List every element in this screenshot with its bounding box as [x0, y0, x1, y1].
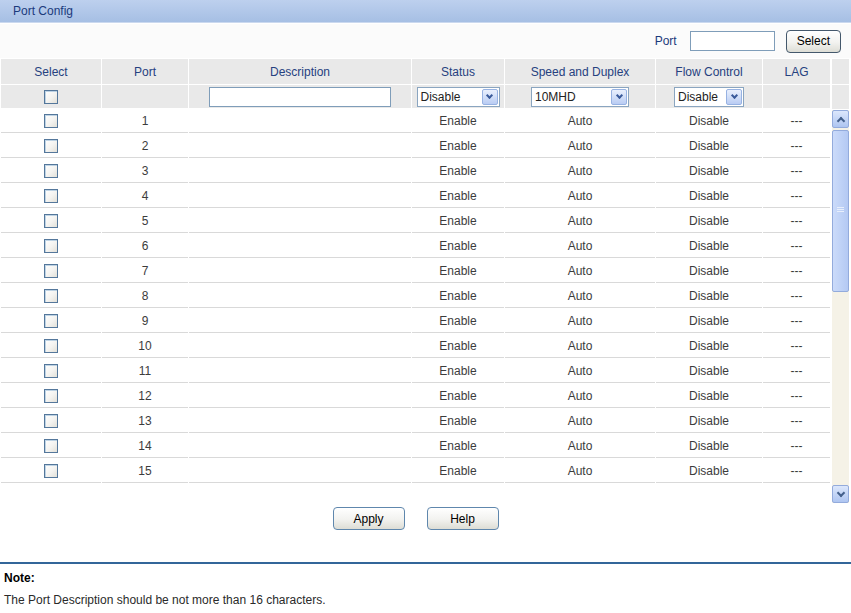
speed-cell: Auto [505, 459, 655, 483]
status-cell: Enable [412, 209, 504, 233]
row-select-checkbox[interactable] [44, 314, 58, 328]
row-select-checkbox[interactable] [44, 264, 58, 278]
status-cell: Enable [412, 134, 504, 158]
flow-cell: Disable [656, 459, 762, 483]
flow-cell: Disable [656, 209, 762, 233]
lag-cell: --- [763, 309, 830, 333]
speed-cell: Auto [505, 234, 655, 258]
row-select-checkbox[interactable] [44, 289, 58, 303]
column-header-port: Port [102, 59, 188, 84]
row-select-checkbox[interactable] [44, 114, 58, 128]
scrollbar-grip [837, 207, 844, 213]
chevron-down-icon[interactable] [482, 89, 498, 105]
lag-cell: --- [763, 109, 830, 133]
table-row: 12 Enable Auto Disable --- [1, 384, 830, 408]
row-select-checkbox[interactable] [44, 214, 58, 228]
row-select-checkbox[interactable] [44, 464, 58, 478]
port-select-button[interactable]: Select [786, 30, 841, 53]
table-row: 7 Enable Auto Disable --- [1, 259, 830, 283]
select-all-checkbox[interactable] [44, 90, 58, 104]
status-cell: Enable [412, 384, 504, 408]
port-cell: 7 [102, 259, 188, 283]
column-header-description: Description [189, 59, 411, 84]
lag-cell: --- [763, 184, 830, 208]
description-cell [189, 234, 411, 258]
flow-cell: Disable [656, 334, 762, 358]
port-cell: 14 [102, 434, 188, 458]
row-select-checkbox[interactable] [44, 164, 58, 178]
port-table-body: 1 Enable Auto Disable --- 2 Enable Auto … [1, 109, 830, 483]
port-config-table: Select Port Description Status Speed and… [0, 58, 831, 484]
status-cell: Enable [412, 459, 504, 483]
speed-filter-select[interactable]: 10MHD [531, 87, 629, 107]
table-row: 4 Enable Auto Disable --- [1, 184, 830, 208]
status-cell: Enable [412, 309, 504, 333]
column-header-flow: Flow Control [656, 59, 762, 84]
table-row: 2 Enable Auto Disable --- [1, 134, 830, 158]
column-header-speed: Speed and Duplex [505, 59, 655, 84]
row-select-checkbox[interactable] [44, 414, 58, 428]
row-select-checkbox[interactable] [44, 189, 58, 203]
table-row: 9 Enable Auto Disable --- [1, 309, 830, 333]
row-select-checkbox[interactable] [44, 389, 58, 403]
row-select-checkbox[interactable] [44, 439, 58, 453]
speed-cell: Auto [505, 434, 655, 458]
port-cell: 4 [102, 184, 188, 208]
table-row: 3 Enable Auto Disable --- [1, 159, 830, 183]
header-row: Select Port Description Status Speed and… [1, 59, 830, 84]
apply-button[interactable]: Apply [333, 507, 405, 530]
note-divider [0, 562, 851, 564]
lag-cell: --- [763, 459, 830, 483]
flow-cell: Disable [656, 309, 762, 333]
table-row: 14 Enable Auto Disable --- [1, 434, 830, 458]
help-button[interactable]: Help [427, 507, 499, 530]
speed-cell: Auto [505, 359, 655, 383]
status-cell: Enable [412, 284, 504, 308]
row-select-checkbox[interactable] [44, 364, 58, 378]
port-filter-input[interactable] [690, 31, 775, 51]
lag-cell: --- [763, 259, 830, 283]
flow-cell: Disable [656, 434, 762, 458]
chevron-down-icon[interactable] [726, 89, 742, 105]
speed-cell: Auto [505, 409, 655, 433]
speed-cell: Auto [505, 159, 655, 183]
header-scrollbar-filler [832, 59, 849, 109]
row-select-checkbox[interactable] [44, 239, 58, 253]
description-cell [189, 259, 411, 283]
note-text: The Port Description should be not more … [4, 593, 326, 607]
status-cell: Enable [412, 109, 504, 133]
note-heading: Note: [4, 571, 35, 585]
table-scrollbar[interactable] [832, 110, 849, 503]
page-title-bar: Port Config [0, 0, 851, 23]
port-cell: 3 [102, 159, 188, 183]
speed-cell: Auto [505, 209, 655, 233]
port-quick-select-bar: Port Select [0, 24, 851, 58]
flow-cell: Disable [656, 359, 762, 383]
speed-cell: Auto [505, 334, 655, 358]
lag-cell: --- [763, 134, 830, 158]
port-cell: 8 [102, 284, 188, 308]
port-cell: 12 [102, 384, 188, 408]
flow-cell: Disable [656, 409, 762, 433]
scrollbar-thumb[interactable] [832, 130, 849, 292]
flow-filter-select[interactable]: Disable [674, 87, 744, 107]
status-cell: Enable [412, 234, 504, 258]
description-filter-input[interactable] [209, 87, 391, 107]
scroll-up-button[interactable] [832, 110, 849, 128]
row-select-checkbox[interactable] [44, 139, 58, 153]
flow-cell: Disable [656, 109, 762, 133]
chevron-up-icon [836, 116, 844, 124]
row-select-checkbox[interactable] [44, 339, 58, 353]
table-row: 6 Enable Auto Disable --- [1, 234, 830, 258]
speed-cell: Auto [505, 259, 655, 283]
chevron-down-icon[interactable] [611, 89, 627, 105]
status-filter-select[interactable]: Disable [417, 87, 500, 107]
chevron-down-icon [836, 488, 844, 496]
speed-cell: Auto [505, 134, 655, 158]
status-cell: Enable [412, 434, 504, 458]
scroll-down-button[interactable] [832, 485, 849, 503]
description-cell [189, 184, 411, 208]
description-cell [189, 309, 411, 333]
description-cell [189, 109, 411, 133]
status-filter-value: Disable [418, 90, 481, 104]
